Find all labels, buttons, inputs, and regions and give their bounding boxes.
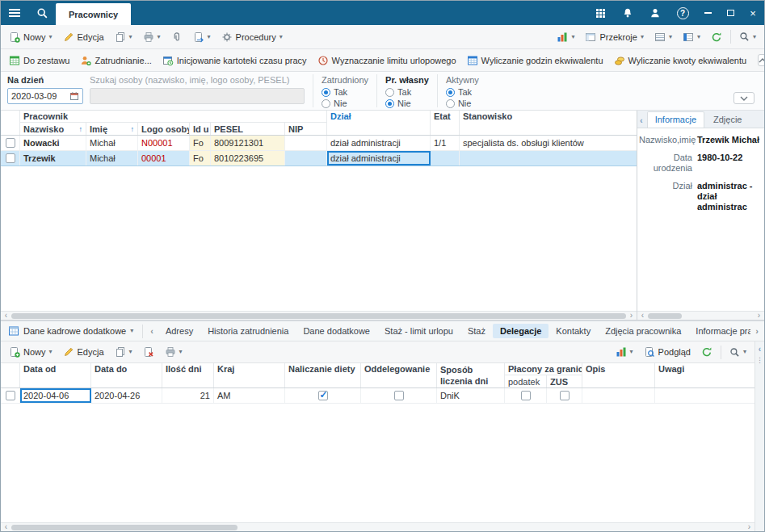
cell-nip[interactable] — [285, 136, 327, 150]
notifications-button[interactable] — [614, 1, 641, 25]
row-checkbox[interactable] — [6, 391, 15, 400]
podatek-checkbox[interactable] — [521, 391, 531, 400]
cell-id[interactable]: Fo — [190, 151, 211, 165]
collapse-panel-handle[interactable]: ‹ — [759, 345, 761, 354]
cell-nazwisko[interactable]: Nowacki — [20, 136, 86, 150]
aktywny-nie-option[interactable]: Nie — [446, 98, 479, 108]
scroll-left-icon[interactable]: ‹ — [2, 523, 10, 531]
hscrollbar-thumb[interactable] — [11, 313, 626, 319]
collapse-toolbar-button[interactable] — [758, 54, 765, 66]
tab-zdjecie[interactable]: Zdjęcie — [706, 112, 749, 128]
scroll-right-icon[interactable]: › — [628, 312, 635, 320]
edit-button[interactable]: Edycja — [58, 29, 109, 45]
minimize-button[interactable] — [696, 1, 719, 25]
column-header-imie[interactable]: Imię ↑ — [86, 123, 138, 135]
edit-button[interactable]: Edycja — [58, 344, 109, 360]
zatrudniony-tak-option[interactable]: Tak — [322, 87, 368, 97]
quick-search-button[interactable]: ▾ — [725, 345, 751, 360]
godziny-ekwiwalentu-button[interactable]: Wyliczanie godzin ekwiwalentu — [462, 52, 608, 69]
column-header-ilosc-dni[interactable]: Ilość dni — [162, 363, 214, 387]
close-button[interactable]: × — [742, 1, 764, 25]
pr-wlasny-tak-option[interactable]: Tak — [385, 87, 429, 97]
tab-zdjecia-pracownika[interactable]: Zdjęcia pracownika — [598, 324, 688, 338]
copy-button[interactable]: ▾ — [110, 344, 137, 360]
column-header-data-od[interactable]: Data od — [20, 363, 91, 387]
layout-button[interactable]: ▾ — [678, 29, 705, 45]
cell-dzial-focused[interactable]: dział administracji — [327, 151, 431, 165]
preview-button[interactable]: Podgląd — [639, 344, 696, 360]
print-button[interactable]: ▾ — [138, 29, 166, 45]
tab-kontakty[interactable]: Kontakty — [549, 324, 598, 338]
quick-search-button[interactable]: ▾ — [734, 29, 761, 44]
tab-staz-limit-urlopu[interactable]: Staż - limit urlopu — [377, 324, 460, 338]
column-header-nip[interactable]: NIP — [285, 123, 327, 135]
column-header-opis[interactable]: Opis — [582, 363, 655, 387]
print-button[interactable]: ▾ — [160, 344, 187, 360]
do-zestawu-button[interactable]: Do zestawu — [4, 52, 74, 69]
cell-etat[interactable]: 1/1 — [431, 136, 460, 150]
copy-button[interactable]: ▾ — [110, 29, 137, 45]
global-search-button[interactable] — [28, 1, 56, 25]
wyznaczanie-button[interactable]: Wyznaczanie limitu urlopowego — [313, 52, 461, 69]
delete-button[interactable] — [138, 344, 159, 360]
column-header-naliczanie-diety[interactable]: Naliczanie diety — [285, 363, 361, 387]
tabs-scroll-right[interactable]: › — [753, 326, 761, 336]
column-header-pesel[interactable]: PESEL — [211, 123, 285, 135]
cell-etat[interactable] — [431, 151, 460, 165]
cell-data-do[interactable]: 2020-04-26 — [91, 388, 162, 403]
tab-dane-dodatkowe[interactable]: Dane dodatkowe — [296, 324, 377, 338]
cell-pesel[interactable]: 8009121301 — [211, 136, 285, 150]
new-button[interactable]: Nowy ▾ — [4, 29, 57, 45]
table-row-selected[interactable]: Trzewik Michał 00001 Fo 8010223695 dział… — [1, 151, 637, 166]
kwoty-ekwiwalentu-button[interactable]: Wyliczanie kwoty ekwiwalentu — [609, 52, 752, 69]
drag-dots-icon[interactable]: ⋮ — [756, 356, 763, 364]
scroll-left-icon[interactable]: ‹ — [639, 312, 646, 320]
przekroje-button[interactable]: Przekroje ▾ — [580, 29, 648, 45]
cell-stanowisko[interactable]: specjalista ds. obsługi klientów — [460, 136, 637, 150]
column-header-pracownik[interactable]: Pracownik — [20, 111, 327, 123]
column-header-nazwisko[interactable]: Nazwisko ↑ — [20, 123, 86, 135]
cell-id[interactable]: Fo — [190, 136, 211, 150]
main-menu-button[interactable] — [1, 1, 28, 25]
cell-pesel[interactable]: 8010223695 — [211, 151, 285, 165]
maximize-button[interactable] — [719, 1, 742, 25]
cell-kraj[interactable]: AM — [214, 388, 285, 403]
column-header-uwagi[interactable]: Uwagi — [655, 363, 754, 387]
person-search-input[interactable] — [90, 88, 305, 104]
cell-ilosc-dni[interactable]: 21 — [162, 388, 214, 403]
column-header-etat[interactable]: Etat — [431, 111, 460, 135]
hscrollbar-thumb[interactable] — [648, 313, 682, 319]
scroll-right-icon[interactable]: › — [755, 312, 763, 320]
tab-informacje[interactable]: Informacje — [647, 111, 704, 128]
collapse-filter-button[interactable] — [733, 92, 754, 104]
scroll-left-icon[interactable]: ‹ — [2, 312, 10, 320]
column-header-kraj[interactable]: Kraj — [214, 363, 285, 387]
chart-button[interactable]: ▾ — [611, 344, 638, 360]
column-header-dzial[interactable]: Dział — [327, 111, 431, 135]
column-header-stanowisko[interactable]: Stanowisko — [460, 111, 637, 135]
tab-delegacje[interactable]: Delegacje — [493, 324, 549, 338]
zatrudnianie-button[interactable]: Zatrudnianie... — [75, 52, 156, 69]
refresh-button[interactable] — [696, 344, 717, 360]
cell-nazwisko[interactable]: Trzewik — [20, 151, 86, 165]
na-dzien-input[interactable]: 2020-03-09 — [7, 88, 83, 104]
inicjowanie-button[interactable]: Inicjowanie kartoteki czasu pracy — [158, 52, 312, 69]
cell-imie[interactable]: Michał — [86, 151, 138, 165]
column-header-id[interactable]: Id u — [190, 123, 211, 135]
child-view-selector[interactable]: Dane kadrowe dodatkowe ▾ — [4, 324, 137, 338]
column-header-sposob-liczenia[interactable]: Sposób liczenia dni — [437, 363, 505, 387]
cell-dzial[interactable]: dział administracji — [327, 136, 431, 150]
user-button[interactable] — [641, 1, 669, 25]
naliczanie-diety-checkbox[interactable] — [318, 391, 328, 400]
row-checkbox[interactable] — [6, 138, 15, 148]
column-header-oddelegowanie[interactable]: Oddelegowanie — [361, 363, 437, 387]
tab-historia-zatrudnienia[interactable]: Historia zatrudnienia — [200, 324, 296, 338]
refresh-button[interactable] — [706, 29, 727, 45]
hscrollbar-thumb[interactable] — [11, 525, 237, 530]
cell-imie[interactable]: Michał — [86, 136, 138, 150]
column-header-data-do[interactable]: Data do — [91, 363, 162, 387]
table-row[interactable]: 2020-04-06 2020-04-26 21 AM DniK — [1, 388, 754, 404]
cell-data-od-focused[interactable]: 2020-04-06 — [20, 388, 91, 403]
tabs-scroll-left[interactable]: ‹ — [148, 326, 156, 336]
new-button[interactable]: Nowy ▾ — [4, 344, 57, 360]
